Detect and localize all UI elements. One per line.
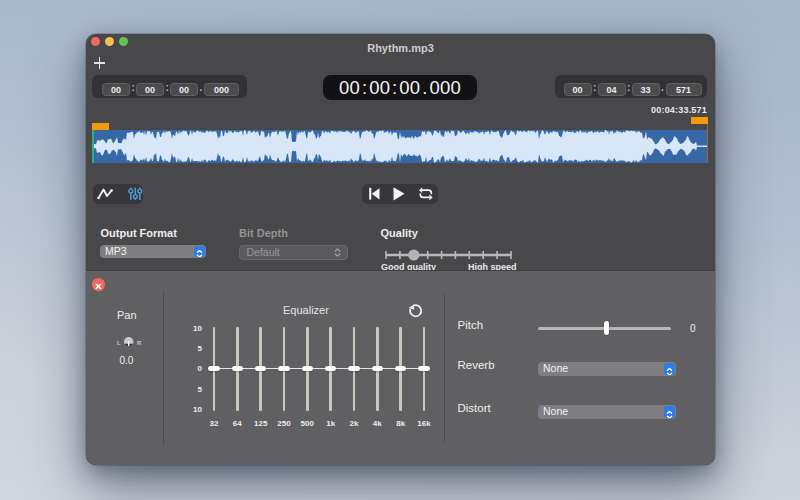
svg-text:R: R	[137, 340, 142, 346]
svg-text:L: L	[117, 340, 121, 346]
